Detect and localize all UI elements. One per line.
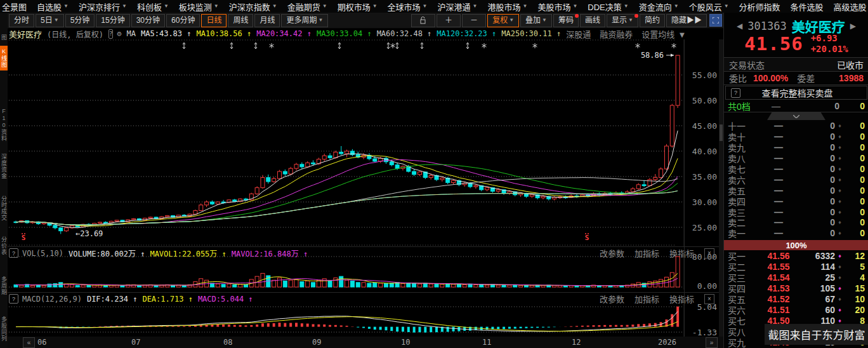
period-button-日线[interactable]: 日线 bbox=[201, 14, 227, 27]
toolbar-button-画线[interactable]: 画线 bbox=[580, 14, 605, 27]
buy-level-买五[interactable]: 买五41.5267♦10 bbox=[724, 294, 868, 305]
menu-item-资金流向[interactable]: 资金流向▼ bbox=[634, 1, 684, 13]
sell-level-卖九[interactable]: 卖九—0♦0 bbox=[724, 142, 868, 153]
side-tab-图[interactable]: 图 bbox=[0, 34, 8, 41]
dividend-marker[interactable]: S bbox=[22, 233, 26, 242]
lock-icon[interactable] bbox=[411, 14, 435, 27]
view-full-book-button[interactable]: ? 查看完整档买卖盘 bbox=[725, 86, 867, 100]
sell-level-卖六[interactable]: 卖六—0♦0 bbox=[724, 174, 868, 185]
chart-link-深股通[interactable]: 深股通 bbox=[566, 28, 591, 40]
toolbar-button-简约[interactable]: 简约 bbox=[640, 14, 665, 27]
help-icon[interactable]: ? bbox=[9, 294, 18, 304]
period-button-5分钟[interactable]: 5分钟 bbox=[65, 14, 95, 27]
toolbar-button-叠加[interactable]: 叠加▼ bbox=[520, 14, 552, 27]
side-tab-分价表[interactable]: 分价表 bbox=[0, 236, 8, 255]
weibi-label: 委比 bbox=[729, 72, 747, 84]
period-button-60分钟[interactable]: 60分钟 bbox=[166, 14, 200, 27]
buy-level-买三[interactable]: 买三41.5425♦4 bbox=[724, 272, 868, 283]
timeline-tick-06: 06 bbox=[37, 338, 46, 347]
left-tab-strip: 图K线图F10资料深度资金分时成交分价表多周期多股同列 bbox=[0, 13, 8, 348]
period-button-30分钟[interactable]: 30分钟 bbox=[131, 14, 165, 27]
period-button-分时[interactable]: 分时 bbox=[9, 14, 34, 27]
volume-chart[interactable] bbox=[9, 253, 720, 290]
total-vol: 0 bbox=[801, 101, 839, 111]
gear-icon[interactable]: ⚙ bbox=[117, 29, 121, 38]
sell-level-卖八[interactable]: 卖八—0♦0 bbox=[724, 153, 868, 164]
menu-item-金融期货[interactable]: 金融期货▼ bbox=[282, 1, 332, 13]
period-button-5日[interactable]: 5日▼ bbox=[36, 14, 64, 27]
stock-name-label: 美好医疗 bbox=[9, 28, 42, 40]
menu-item-DDE决策[interactable]: DDE决策▼ bbox=[582, 1, 633, 13]
toolbar-button-显示[interactable]: 显示▼ bbox=[607, 14, 638, 27]
sell-level-卖四[interactable]: 卖四—0♦0 bbox=[724, 196, 868, 206]
menu-item-期权市场[interactable]: 期权市场▼ bbox=[332, 1, 383, 13]
price-axis-label: 40.00 bbox=[685, 147, 717, 156]
weibi-value: 100.00% bbox=[753, 73, 788, 83]
price-axis-label: 55.00 bbox=[685, 70, 717, 80]
period-button-15分钟[interactable]: 15分钟 bbox=[96, 14, 129, 27]
menu-item-全球市场[interactable]: 全球市场▼ bbox=[383, 1, 433, 13]
toolbar-button-筹码[interactable]: 筹码 bbox=[553, 14, 579, 27]
sell-level-卖七[interactable]: 卖七—0♦0 bbox=[724, 164, 868, 175]
sell-level-卖二[interactable]: 卖二—0♦0 bbox=[724, 217, 868, 228]
side-tab-分时成交[interactable]: 分时成交 bbox=[0, 196, 8, 221]
menu-item-美股市场[interactable]: 美股市场▼ bbox=[532, 1, 582, 13]
toolbar-button-－[interactable]: － bbox=[462, 14, 486, 27]
buy-level-买二[interactable]: 买二41.55114♦5 bbox=[724, 262, 868, 272]
event-updown-icon bbox=[183, 43, 185, 49]
menu-item-板块监测[interactable]: 板块监测▼ bbox=[174, 1, 224, 13]
side-tab-多股同列[interactable]: 多股同列 bbox=[0, 316, 8, 342]
chart-scrollbar[interactable] bbox=[719, 39, 723, 337]
chart-link-设置均线[interactable]: 设置均线 ▼ bbox=[641, 28, 685, 40]
chart-link-融资融券[interactable]: 融资融券 bbox=[600, 28, 633, 40]
next-stock-icon[interactable]: ▶ bbox=[850, 22, 856, 30]
period-button-周线[interactable]: 周线 bbox=[228, 14, 253, 27]
menu-item-沪深港通[interactable]: 沪深港通▼ bbox=[433, 1, 483, 13]
menu-item-个股风云[interactable]: 个股风云▼ bbox=[684, 1, 734, 13]
toolbar-button-隐藏▶▶[interactable]: 隐藏▶▶ bbox=[666, 14, 707, 27]
fullscreen-icon[interactable] bbox=[709, 14, 722, 27]
close-pane-icon[interactable]: × bbox=[704, 294, 714, 304]
side-tab-多周期[interactable]: 多周期 bbox=[0, 276, 8, 295]
sell-level-卖一[interactable]: 卖一—0♦0 bbox=[724, 228, 868, 239]
menu-item-高级选股[interactable]: 高级选股 bbox=[829, 1, 868, 13]
buy-level-买六[interactable]: 买六41.5160♦20 bbox=[724, 304, 868, 315]
sell-level-卖五[interactable]: 卖五—0♦0 bbox=[724, 185, 868, 196]
price-change-pct: +20.01% bbox=[811, 44, 848, 55]
toolbar-button-复权[interactable]: 复权▼ bbox=[487, 14, 519, 27]
menu-item-自选股[interactable]: 自选股▼ bbox=[32, 1, 74, 13]
menu-item-港股市场[interactable]: 港股市场▼ bbox=[482, 1, 532, 13]
sell-level-十一[interactable]: 十一—0♦0 bbox=[724, 121, 868, 131]
period-button-更多周期[interactable]: 更多周期▼ bbox=[281, 14, 328, 27]
ma-value: MA60:32.48 ↑ bbox=[377, 29, 432, 38]
menu-item-科创板[interactable]: 科创板▼ bbox=[132, 1, 174, 13]
menu-item-分析师指数[interactable]: 分析师指数 bbox=[734, 1, 786, 13]
chart-scrollbar-grip[interactable] bbox=[720, 124, 723, 141]
macd-indicator-name[interactable]: MACD(12,26,9) bbox=[22, 295, 82, 304]
side-tab-K线图[interactable]: K线图 bbox=[0, 46, 8, 70]
event-updown-icon bbox=[230, 43, 233, 49]
event-star-icon bbox=[636, 43, 640, 48]
axis-divider bbox=[684, 39, 685, 337]
side-tab-深度资金[interactable]: 深度资金 bbox=[0, 154, 8, 179]
toolbar-button-＋[interactable]: ＋ bbox=[437, 14, 461, 27]
candlestick-chart[interactable]: SS58.86←23.69 bbox=[9, 39, 720, 246]
sell-level-卖三[interactable]: 卖三—0♦0 bbox=[724, 206, 868, 217]
menu-item-全景图[interactable]: 全景图 bbox=[0, 1, 32, 13]
scroll-left-button[interactable]: « bbox=[23, 337, 35, 348]
help-icon[interactable]: ? bbox=[109, 29, 113, 39]
period-button-月线[interactable]: 月线 bbox=[254, 14, 280, 27]
menu-item-沪深京指数[interactable]: 沪深京指数▼ bbox=[224, 1, 282, 13]
sell-level-卖十[interactable]: 卖十—0♦0 bbox=[724, 131, 868, 142]
buy-level-买一[interactable]: 买一41.566332♦12 bbox=[724, 251, 868, 262]
menu-item-条件选股[interactable]: 条件选股 bbox=[786, 1, 829, 13]
menu-item-沪深京排行[interactable]: 沪深京排行▼ bbox=[74, 1, 132, 13]
macd-chart[interactable] bbox=[9, 304, 720, 337]
svg-text:S: S bbox=[22, 234, 26, 242]
dividend-marker[interactable]: S bbox=[585, 233, 589, 242]
buy-level-买四[interactable]: 买四41.53105♦15 bbox=[724, 283, 868, 294]
side-tab-F10资料[interactable]: F10资料 bbox=[0, 108, 8, 142]
scroll-right-button[interactable]: » bbox=[706, 337, 718, 348]
timeline-tick-10: 10 bbox=[401, 338, 410, 347]
prev-stock-icon[interactable]: ◀ bbox=[737, 22, 742, 30]
